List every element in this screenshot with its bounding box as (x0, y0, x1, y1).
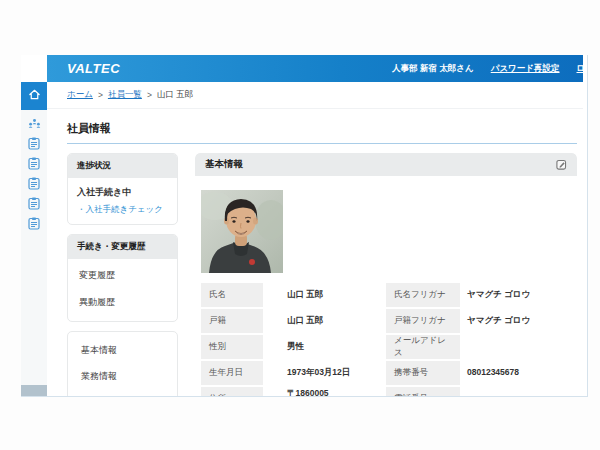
progress-card: 進捗状況 入社手続き中 ・入社手続きチェック (67, 153, 178, 225)
onboarding-check-link[interactable]: ・入社手続きチェック (68, 201, 177, 224)
app-header: VALTEC 人事部 新宿 太郎さん パスワード再設定 ログアウト (47, 55, 583, 82)
breadcrumb-separator: > (98, 90, 103, 100)
basic-info-header: 基本情報 (195, 153, 577, 176)
history-card: 手続き・変更履歴 変更履歴異動履歴 (67, 234, 178, 322)
sidebar-top-spacer (21, 55, 47, 82)
valtec-logo[interactable]: VALTEC (67, 61, 120, 76)
sidebar (21, 55, 47, 396)
field-label: 性別 (201, 335, 263, 359)
breadcrumb-current: 山口 五郎 (157, 89, 193, 101)
app-window: VALTEC 人事部 新宿 太郎さん パスワード再設定 ログアウト ホーム > … (21, 55, 588, 397)
field-value (460, 335, 573, 359)
title-divider (67, 143, 577, 144)
left-panel: 進捗状況 入社手続き中 ・入社手続きチェック 手続き・変更履歴 変更履歴異動履歴… (67, 153, 178, 397)
field-value: 08012345678 (460, 361, 573, 385)
field-label: 戸籍フリガナ (386, 309, 460, 333)
field-value (460, 387, 573, 397)
field-value: 男性 (263, 335, 386, 359)
clipboard-icon[interactable] (28, 197, 41, 210)
sidebar-item-home[interactable] (21, 82, 47, 110)
sidebar-footer-block (21, 385, 47, 396)
breadcrumb-employee-list-link[interactable]: 社員一覧 (108, 89, 142, 101)
breadcrumb: ホーム > 社員一覧 > 山口 五郎 (47, 82, 583, 109)
history-list: 変更履歴異動履歴 (68, 259, 177, 321)
home-icon (28, 87, 41, 105)
field-label: 戸籍 (201, 309, 263, 333)
field-value: 1973年03月12日 (263, 361, 386, 385)
page-title: 社員情報 (67, 121, 577, 136)
field-value: 山口 五郎 (263, 283, 386, 307)
org-chart-icon[interactable] (28, 117, 41, 130)
field-value: 〒1860005 東京都国立市西 (263, 387, 386, 397)
field-label: メールアドレス (386, 335, 460, 359)
field-label: 住所 (201, 387, 263, 397)
field-value: 山口 五郎 (263, 309, 386, 333)
clipboard-icon[interactable] (28, 157, 41, 170)
clipboard-icon[interactable] (28, 217, 41, 230)
logged-in-user: 人事部 新宿 太郎さん (392, 63, 474, 75)
main-panel: 基本情報 (195, 153, 577, 397)
basic-info-table: 氏名 山口 五郎 戸籍 山口 五郎 性別 男性 (201, 283, 577, 397)
section-menu-card: 基本情報業務情報業務アカウント配偶者情報扶養情報 (67, 331, 178, 397)
field-label: 氏名 (201, 283, 263, 307)
breadcrumb-home-link[interactable]: ホーム (67, 89, 93, 101)
progress-card-title: 進捗状況 (68, 154, 177, 178)
fields-right: 氏名フリガナ ヤマグチ ゴロウ 戸籍フリガナ ヤマグチ ゴロウ メールアドレス (386, 283, 573, 397)
fields-left: 氏名 山口 五郎 戸籍 山口 五郎 性別 男性 (201, 283, 386, 397)
progress-status: 入社手続き中 (68, 178, 177, 201)
field-label: 携帯番号 (386, 361, 460, 385)
section-menu-item[interactable]: 業務情報 (68, 363, 177, 389)
logout-link[interactable]: ログアウト (577, 63, 584, 75)
basic-info-title: 基本情報 (205, 158, 243, 171)
field-value: ヤマグチ ゴロウ (460, 283, 573, 307)
field-label: 生年月日 (201, 361, 263, 385)
history-list-item[interactable]: 変更履歴 (68, 262, 177, 289)
history-list-item[interactable]: 異動履歴 (68, 289, 177, 316)
edit-icon[interactable] (556, 159, 567, 170)
history-card-title: 手続き・変更履歴 (68, 235, 177, 259)
employee-photo (201, 190, 283, 273)
password-reset-link[interactable]: パスワード再設定 (491, 63, 560, 75)
section-menu-item[interactable]: 業務アカウント (68, 389, 177, 397)
field-value: ヤマグチ ゴロウ (460, 309, 573, 333)
field-label: 電話番号 (386, 387, 460, 397)
clipboard-icon[interactable] (28, 177, 41, 190)
clipboard-icon[interactable] (28, 137, 41, 150)
section-menu-item[interactable]: 基本情報 (68, 337, 177, 363)
field-label: 氏名フリガナ (386, 283, 460, 307)
content-area: ホーム > 社員一覧 > 山口 五郎 社員情報 進捗状況 入社手続き中 ・入社手… (47, 82, 583, 397)
breadcrumb-separator: > (147, 90, 152, 100)
